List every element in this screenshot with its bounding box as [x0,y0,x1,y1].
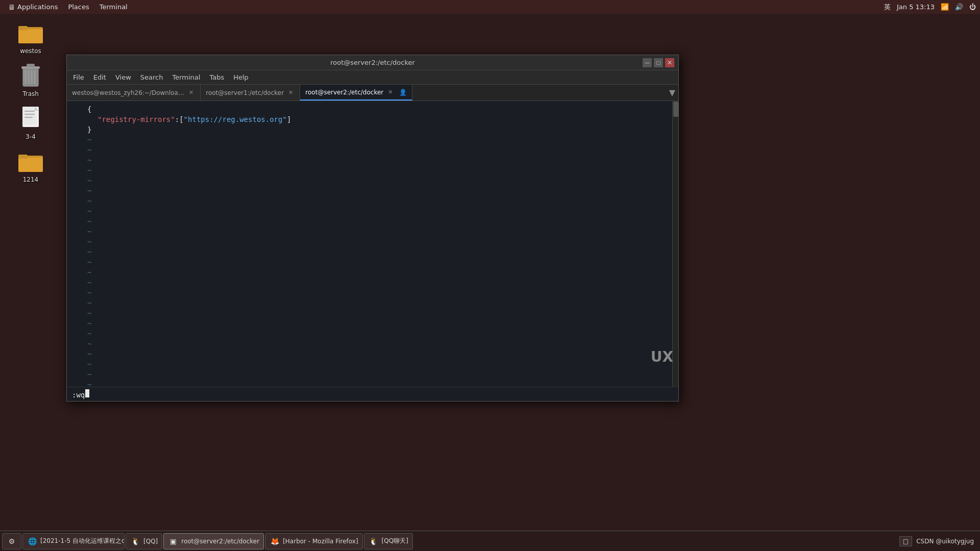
tilde-line: ~ [87,288,667,298]
firefox-label: [Harbor - Mozilla Firefox] [283,538,358,545]
svg-rect-14 [24,117,33,118]
folder-1214-label: 1214 [23,176,39,183]
top-bar-right: 英 Jan 5 13:13 📶 🔊 ⏻ [884,3,976,12]
tilde-line: ~ [87,227,667,237]
tab2-close[interactable]: ✕ [287,89,295,96]
svg-rect-5 [28,70,30,84]
scrollbar-thumb[interactable] [673,102,678,117]
tilde-line: ~ [87,237,667,247]
svg-rect-2 [18,26,28,30]
svg-rect-17 [18,158,43,172]
qq-label: [QQ] [143,538,158,545]
terminal-tab-3[interactable]: root@server2:/etc/docker ✕ 👤 [300,85,412,101]
browser-icon: 🌐 [27,536,37,546]
wifi-icon: 📶 [941,3,949,11]
westos-folder-icon [18,21,43,45]
terminal-tab-2[interactable]: root@server1:/etc/docker ✕ [201,85,300,101]
tab1-label: westos@westos_zyh26:~/Downloads/qq-files… [72,89,184,96]
tilde-line: ~ [87,380,667,387]
terminal-titlebar: root@server2:/etc/docker ─ □ ✕ [67,55,678,70]
terminal-content-area: { "registry-mirrors" : [ "https://reg.we… [67,101,678,387]
menu-tabs[interactable]: Tabs [205,72,228,82]
menu-view[interactable]: View [111,72,135,82]
desktop-icon-1214[interactable]: 1214 [10,147,51,185]
tilde-line: ~ [87,308,667,318]
svg-rect-11 [22,107,37,125]
taskbar-qq-chat[interactable]: 🐧 [QQ聊天] [364,533,413,549]
terminal-icon: ▣ [168,536,178,546]
editor-line-1: { [87,104,667,114]
editor-line-3: } [87,124,667,135]
svg-rect-13 [24,114,35,115]
folder-1214-icon [18,149,43,174]
menu-terminal[interactable]: Terminal [168,72,204,82]
taskbar-terminal[interactable]: ▣ root@server2:/etc/docker [163,533,264,549]
tilde-line: ~ [87,216,667,227]
desktop: westos Trash [0,14,61,531]
close-button[interactable]: ✕ [665,58,674,67]
minimize-button[interactable]: ─ [643,58,652,67]
tilde-line: ~ [87,278,667,288]
tilde-line: ~ [87,339,667,349]
tab2-label: root@server1:/etc/docker [206,89,284,96]
terminal-tabs: westos@westos_zyh26:~/Downloads/qq-files… [67,85,678,101]
desktop-icon-trash[interactable]: Trash [10,62,51,99]
svg-rect-12 [24,111,35,112]
places-menu[interactable]: Places [64,2,93,12]
system-icon: ⚙ [7,536,17,546]
vim-command: :wq [72,389,89,399]
tilde-line: ~ [87,165,667,176]
tilde-line: ~ [87,206,667,216]
tab-dropdown[interactable]: ▼ [666,85,678,101]
menu-edit[interactable]: Edit [89,72,110,82]
tilde-line: ~ [87,369,667,380]
menu-help[interactable]: Help [229,72,253,82]
terminal-task-label: root@server2:/etc/docker [181,538,259,545]
svg-rect-4 [24,70,27,84]
maximize-button[interactable]: □ [654,58,663,67]
tilde-line: ~ [87,267,667,278]
terminal-menubar: File Edit View Search Terminal Tabs Help [67,70,678,85]
power-icon: ⏻ [969,3,976,11]
taskbar-sys-btn[interactable]: □ [899,536,912,546]
terminal-window: root@server2:/etc/docker ─ □ ✕ File Edit… [66,55,679,402]
svg-rect-9 [27,64,35,67]
terminal-tab-1[interactable]: westos@westos_zyh26:~/Downloads/qq-files… [67,85,201,101]
applications-menu[interactable]: 🖥 Applications [4,2,62,12]
terminal-menu[interactable]: Terminal [95,2,132,12]
tab3-sync-icon: 👤 [399,89,407,96]
tab3-close[interactable]: ✕ [386,88,394,96]
firefox-icon: 🦊 [270,536,280,546]
qq-chat-icon: 🐧 [369,536,379,546]
terminal-window-title: root@server2:/etc/docker [330,59,415,66]
tilde-line: ~ [87,135,667,145]
taskbar-system-settings[interactable]: ⚙ [2,533,21,549]
terminal-window-controls: ─ □ ✕ [643,58,674,67]
desktop-icon-westos[interactable]: westos [10,19,51,57]
taskbar-firefox-harbor[interactable]: 🦊 [Harbor - Mozilla Firefox] [265,533,362,549]
editor-content: { "registry-mirrors" : [ "https://reg.we… [87,104,667,384]
menu-file[interactable]: File [69,72,88,82]
svg-rect-18 [18,155,28,159]
datetime: Jan 5 13:13 [897,3,935,11]
tilde-line: ~ [87,298,667,308]
tilde-line: ~ [87,145,667,155]
qq-icon: 🐧 [130,536,140,546]
tab1-close[interactable]: ✕ [187,89,195,96]
tilde-line: ~ [87,196,667,206]
volume-icon: 🔊 [955,3,963,11]
desktop-icon-3-4[interactable]: 3-4 [10,105,51,142]
menu-search[interactable]: Search [136,72,167,82]
trash-label: Trash [22,90,39,97]
terminal-editor[interactable]: { "registry-mirrors" : [ "https://reg.we… [67,101,672,387]
tilde-line: ~ [87,318,667,329]
tilde-line: ~ [87,186,667,196]
editor-line-2: "registry-mirrors" : [ "https://reg.west… [87,114,667,124]
taskbar-qq[interactable]: 🐧 [QQ] [126,533,162,549]
top-menubar: 🖥 Applications Places Terminal 英 Jan 5 1… [0,0,980,14]
line-numbers [72,104,87,384]
file-3-4-label: 3-4 [26,133,36,140]
terminal-command-bar[interactable]: :wq [67,387,678,401]
taskbar-csdn-browser[interactable]: 🌐 [2021-1-5 自动化运维课程之docker... [22,533,125,549]
csdn-user-label: CSDN @uikotygjug [916,538,974,545]
